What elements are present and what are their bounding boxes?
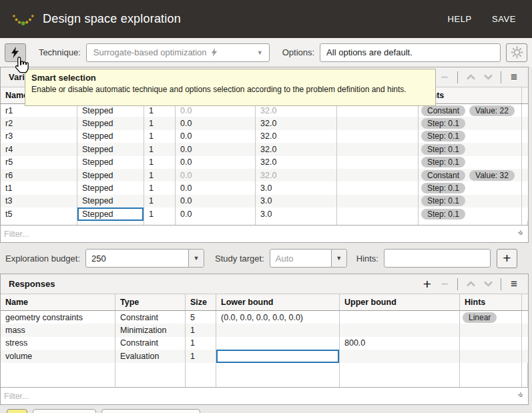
cell-type[interactable]: Stepped xyxy=(77,117,144,129)
cell-upper[interactable]: 3.0 xyxy=(256,208,337,220)
cell-name[interactable]: t5 xyxy=(1,208,77,220)
cell-hints[interactable]: Linear xyxy=(460,311,522,324)
cell-lower[interactable]: 0.0 xyxy=(176,143,256,155)
cell-name[interactable]: r4 xyxy=(1,143,77,155)
cell-hints[interactable]: Step: 0.1 xyxy=(419,143,522,155)
cell-size[interactable]: 1 xyxy=(186,337,216,350)
cell-hints[interactable] xyxy=(460,324,522,336)
smart-selection-toggle-button[interactable] xyxy=(5,43,26,62)
run-options-button[interactable]: Run options xyxy=(33,409,96,413)
cell-lower[interactable]: 0.0 xyxy=(176,156,256,169)
variables-menu-button[interactable]: ≡ xyxy=(505,69,523,85)
variables-filter-input[interactable] xyxy=(1,226,528,242)
chevron-down-icon[interactable]: ▼ xyxy=(331,250,346,267)
cell-name[interactable]: volume xyxy=(1,350,115,362)
technique-select[interactable]: Surrogate-based optimization ▼ xyxy=(86,43,270,62)
cell-type[interactable]: Stepped xyxy=(77,181,144,194)
responses-move-up-button[interactable] xyxy=(462,276,479,292)
options-settings-button[interactable] xyxy=(506,43,527,62)
cell-hints[interactable]: Step: 0.1 xyxy=(419,117,522,129)
cell-lower[interactable]: (0.0, 0.0, 0.0, 0.0, 0.0) xyxy=(216,311,340,324)
exploration-budget-select[interactable]: 250 ▼ xyxy=(85,249,204,268)
chevron-down-icon[interactable]: ▼ xyxy=(188,250,204,267)
cell-size[interactable]: 1 xyxy=(144,143,176,155)
cell-size[interactable]: 1 xyxy=(144,130,176,143)
cell-name[interactable]: r3 xyxy=(1,130,77,143)
cell-initial[interactable] xyxy=(337,208,419,220)
cell-upper[interactable] xyxy=(340,350,460,362)
variables-move-down-button[interactable] xyxy=(479,69,497,85)
cell-lower[interactable]: 0.0 xyxy=(176,117,256,129)
cell-name[interactable]: geometry constraints xyxy=(1,311,115,324)
responses-move-down-button[interactable] xyxy=(479,276,497,292)
selected-cell-type[interactable]: Stepped xyxy=(77,208,144,220)
cell-initial[interactable] xyxy=(337,169,419,181)
cell-lower[interactable]: 0.0 xyxy=(176,130,256,143)
cell-type[interactable]: Stepped xyxy=(77,156,144,169)
save-button[interactable]: SAVE xyxy=(492,14,516,24)
cell-upper[interactable]: 800.0 xyxy=(340,337,460,350)
variables-remove-button[interactable]: − xyxy=(436,69,453,85)
cell-type[interactable]: Constraint xyxy=(115,311,186,324)
study-target-select[interactable]: Auto ▼ xyxy=(270,249,347,268)
cell-lower[interactable]: 0.0 xyxy=(176,208,256,220)
cell-initial[interactable] xyxy=(337,156,419,169)
cell-upper[interactable] xyxy=(340,324,460,336)
cell-type[interactable]: Evaluation xyxy=(115,350,186,362)
hints-input[interactable] xyxy=(384,249,491,268)
responses-remove-button[interactable]: − xyxy=(436,276,453,292)
cell-hints[interactable] xyxy=(460,350,522,362)
cell-name[interactable]: r6 xyxy=(1,169,77,181)
options-input[interactable] xyxy=(320,43,501,62)
cell-hints[interactable]: Step: 0.1 xyxy=(419,156,522,169)
cell-hints[interactable] xyxy=(460,337,522,350)
responses-menu-button[interactable]: ≡ xyxy=(505,276,523,292)
cell-initial[interactable] xyxy=(337,143,419,155)
cell-size[interactable]: 1 xyxy=(144,181,176,194)
cell-size[interactable]: 1 xyxy=(144,208,176,220)
cell-size[interactable]: 1 xyxy=(144,169,176,181)
cell-upper[interactable]: 32.0 xyxy=(256,169,337,181)
cell-size[interactable]: 1 xyxy=(144,195,176,208)
warnings-button[interactable] xyxy=(7,409,27,413)
cell-type[interactable]: Stepped xyxy=(77,195,144,208)
cell-lower[interactable]: 0.0 xyxy=(176,181,256,194)
cell-lower[interactable] xyxy=(216,337,340,350)
cell-upper[interactable]: 3.0 xyxy=(256,181,337,194)
cell-name[interactable]: stress xyxy=(1,337,115,350)
help-button[interactable]: HELP xyxy=(448,14,472,24)
cell-hints[interactable]: Step: 0.1 xyxy=(419,181,522,194)
cell-upper[interactable] xyxy=(340,311,460,324)
cell-initial[interactable] xyxy=(337,130,419,143)
cell-initial[interactable] xyxy=(337,195,419,208)
cell-type[interactable]: Stepped xyxy=(77,130,144,143)
cell-lower[interactable]: 0.0 xyxy=(176,169,256,181)
cell-upper[interactable]: 32.0 xyxy=(256,143,337,155)
cell-size[interactable]: 1 xyxy=(144,156,176,169)
cell-type[interactable]: Stepped xyxy=(77,143,144,155)
cell-type[interactable]: Stepped xyxy=(77,169,144,181)
cell-hints[interactable]: Step: 0.1 xyxy=(419,130,522,143)
cell-size[interactable]: 1 xyxy=(144,117,176,129)
cell-upper[interactable]: 3.0 xyxy=(256,195,337,208)
cell-upper[interactable]: 32.0 xyxy=(256,130,337,143)
selected-cell-lower[interactable] xyxy=(216,350,340,362)
add-hint-button[interactable]: + xyxy=(497,249,517,268)
cell-name[interactable]: mass xyxy=(1,324,115,336)
cell-name[interactable]: t3 xyxy=(1,195,77,208)
cell-type[interactable]: Minimization xyxy=(115,324,186,336)
variables-move-up-button[interactable] xyxy=(462,69,479,85)
cell-hints[interactable]: Step: 0.1 xyxy=(419,195,522,208)
cell-lower[interactable]: 0.0 xyxy=(176,195,256,208)
cell-lower[interactable] xyxy=(216,324,340,336)
cell-initial[interactable] xyxy=(337,181,419,194)
cell-size[interactable]: 1 xyxy=(186,350,216,362)
cell-name[interactable]: r2 xyxy=(1,117,77,129)
ports-and-parameters-button[interactable]: Ports and parameters xyxy=(101,409,200,413)
cell-hints[interactable]: Step: 0.1 xyxy=(419,208,522,220)
cell-hints[interactable]: ConstantValue: 32 xyxy=(419,169,522,181)
cell-size[interactable]: 5 xyxy=(186,311,216,324)
cell-name[interactable]: r5 xyxy=(1,156,77,169)
responses-add-button[interactable]: + xyxy=(419,276,436,292)
cell-name[interactable]: t1 xyxy=(1,181,77,194)
